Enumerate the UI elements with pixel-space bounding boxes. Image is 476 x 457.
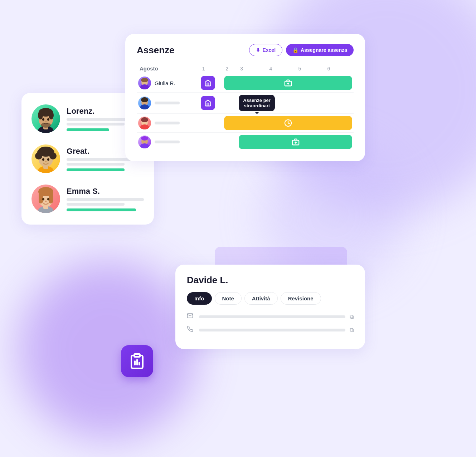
row2-placeholder	[155, 102, 180, 104]
info-line-5	[67, 198, 144, 201]
day-6: 6	[325, 63, 354, 74]
info-line-2	[67, 123, 125, 126]
tab-note[interactable]: Note	[215, 292, 242, 305]
table-row-2[interactable]: Assenze per straordinari	[137, 93, 354, 114]
download-icon: ⬇	[256, 47, 260, 53]
avatar-emma	[31, 185, 60, 213]
progress-bar-greata	[67, 168, 125, 171]
home-icon-giulia	[201, 76, 215, 90]
profile-tabs: Info Note Attività Revisione	[187, 292, 354, 305]
info-line-4	[67, 163, 125, 166]
absence-bar-giulia	[224, 76, 352, 90]
calendar-table: Agosto 1 2 3 4 5 6	[137, 63, 354, 151]
avatar-lorenzo	[31, 104, 60, 133]
tab-attivita[interactable]: Attività	[244, 292, 278, 305]
svg-point-45	[140, 124, 149, 129]
svg-point-41	[141, 97, 148, 102]
month-header: Agosto	[137, 63, 199, 74]
email-value-bar	[199, 315, 345, 318]
svg-point-42	[140, 104, 149, 109]
row3-name-cell	[138, 117, 198, 129]
svg-point-31	[42, 198, 44, 201]
day-1: 1	[199, 63, 223, 74]
svg-point-6	[49, 111, 54, 119]
svg-point-49	[140, 143, 149, 148]
phone-value-bar	[199, 329, 345, 331]
svg-rect-53	[134, 354, 140, 357]
table-row-3[interactable]	[137, 114, 354, 133]
svg-point-18	[37, 149, 43, 155]
row4-name-cell	[138, 136, 198, 148]
assign-label: Assegnare assenza	[301, 47, 347, 53]
employee-info-emma: Emma S.	[67, 187, 144, 211]
svg-point-5	[38, 111, 43, 119]
tooltip-absence: Assenze per straordinari	[239, 95, 275, 111]
svg-rect-29	[39, 191, 43, 203]
giulia-name-cell: Giulia R.	[138, 77, 198, 89]
absences-title: Assenze	[137, 45, 175, 56]
phone-field: ⧉	[187, 326, 354, 334]
avatar-row2	[138, 97, 151, 109]
svg-point-44	[141, 117, 148, 122]
progress-bar-emma	[67, 208, 136, 211]
avatar-greata	[31, 144, 60, 173]
absence-bar-yellow	[224, 116, 352, 130]
avatar-giulia	[138, 77, 151, 89]
employee-item-emma[interactable]: Emma S.	[31, 185, 144, 213]
svg-rect-30	[49, 191, 53, 203]
svg-point-32	[47, 198, 49, 201]
row2-name-cell	[138, 97, 198, 109]
svg-point-9	[41, 123, 51, 128]
excel-label: Excel	[262, 47, 276, 53]
day-2: 2	[223, 63, 237, 74]
day-4: 4	[266, 63, 295, 74]
svg-point-21	[42, 158, 44, 161]
employee-name-emma: Emma S.	[67, 187, 144, 196]
day-3: 3	[237, 63, 266, 74]
assign-absence-button[interactable]: 🔒 Assegnare assenza	[286, 44, 354, 56]
svg-point-7	[42, 118, 44, 121]
home-icon-row2	[201, 96, 215, 110]
svg-point-48	[141, 136, 148, 141]
table-row-4[interactable]	[137, 133, 354, 152]
copy-phone-icon[interactable]: ⧉	[350, 327, 354, 333]
profile-card: Davide L. Info Note Attività Revisione ⧉…	[175, 265, 365, 349]
tab-revisione[interactable]: Revisione	[281, 292, 321, 305]
clipboard-chart-icon	[128, 353, 146, 370]
profile-name: Davide L.	[187, 275, 354, 286]
email-field: ⧉	[187, 313, 354, 321]
absences-card: Assenze ⬇ Excel 🔒 Assegnare assenza Agos…	[125, 34, 365, 161]
svg-point-19	[49, 149, 54, 155]
copy-email-icon[interactable]: ⧉	[350, 314, 354, 320]
svg-point-36	[140, 84, 149, 89]
row4-placeholder	[155, 141, 180, 143]
svg-point-22	[47, 158, 49, 161]
header-buttons: ⬇ Excel 🔒 Assegnare assenza	[249, 44, 354, 56]
svg-point-10	[45, 121, 47, 122]
table-row-giulia[interactable]: Giulia R.	[137, 74, 354, 93]
svg-point-20	[43, 148, 49, 154]
svg-point-23	[45, 161, 47, 162]
bg-blob-2	[18, 260, 197, 439]
report-icon-button[interactable]	[121, 345, 153, 377]
info-line-6	[67, 203, 125, 206]
excel-button[interactable]: ⬇ Excel	[249, 44, 282, 56]
phone-icon	[187, 326, 195, 334]
svg-point-8	[47, 118, 49, 121]
email-icon	[187, 313, 195, 321]
avatar-row3	[138, 117, 151, 129]
svg-point-33	[45, 201, 47, 202]
svg-point-35	[141, 78, 148, 82]
giulia-name: Giulia R.	[155, 80, 175, 86]
avatar-row4	[138, 136, 151, 148]
absences-header: Assenze ⬇ Excel 🔒 Assegnare assenza	[137, 44, 354, 56]
row3-placeholder	[155, 122, 180, 124]
absence-bar-green-2	[239, 135, 352, 149]
progress-bar-lorenzo	[67, 128, 109, 131]
lock-icon: 🔒	[292, 47, 298, 53]
day-5: 5	[296, 63, 325, 74]
tab-info[interactable]: Info	[187, 292, 212, 305]
